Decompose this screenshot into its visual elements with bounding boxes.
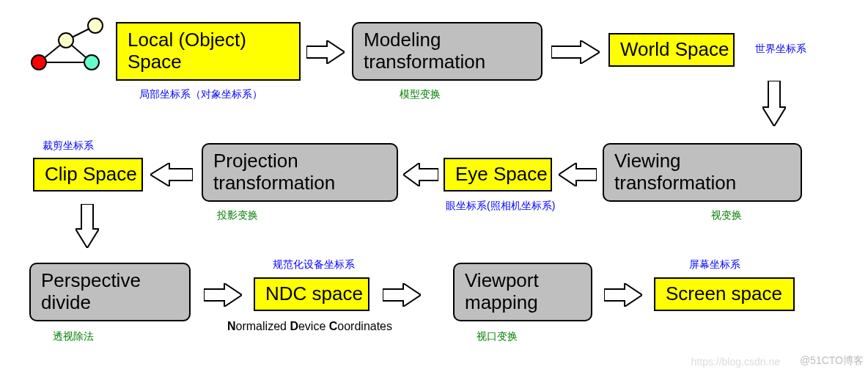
caption-eye: 眼坐标系(照相机坐标系) xyxy=(446,200,555,213)
svg-marker-12 xyxy=(403,163,438,186)
caption-viewing: 视变换 xyxy=(711,209,742,222)
arrow-left-icon xyxy=(150,163,193,186)
node-label: Eye Space xyxy=(455,164,548,186)
node-label: World Space xyxy=(620,39,729,61)
svg-marker-17 xyxy=(604,283,642,307)
node-label: Screen space xyxy=(666,283,782,305)
arrow-left-icon xyxy=(559,163,597,186)
ndc-expansion: Normalized Device Coordinates xyxy=(227,320,392,333)
node-label: Clip Space xyxy=(45,164,137,186)
watermark-cto: @51CTO博客 xyxy=(800,354,864,368)
arrow-down-icon xyxy=(762,81,786,126)
node-world-space: World Space xyxy=(608,33,735,67)
arrow-left-icon xyxy=(403,163,438,186)
object-graph-icon xyxy=(26,15,106,81)
caption-projection: 投影变换 xyxy=(217,209,258,222)
svg-marker-10 xyxy=(762,81,786,126)
caption-clip: 裁剪坐标系 xyxy=(43,139,94,153)
node-label: Viewport mapping xyxy=(465,270,539,314)
node-modeling-transform: Modeling transformation xyxy=(352,22,542,81)
svg-marker-13 xyxy=(150,163,193,186)
node-label: Modeling transformation xyxy=(364,29,485,73)
node-clip-space: Clip Space xyxy=(33,158,143,192)
svg-marker-11 xyxy=(559,163,597,186)
node-local-space: Local (Object) Space xyxy=(116,22,301,81)
node-perspective-divide: Perspective divide xyxy=(29,263,191,321)
caption-viewport: 视口变换 xyxy=(477,330,518,343)
node-eye-space: Eye Space xyxy=(444,158,552,192)
caption-world: 世界坐标系 xyxy=(755,43,806,56)
node-viewport-mapping: Viewport mapping xyxy=(453,263,592,321)
arrow-right-icon xyxy=(551,40,600,64)
node-label: Local (Object) Space xyxy=(128,29,246,73)
node-label: Viewing transformation xyxy=(614,150,736,194)
caption-local: 局部坐标系（对象坐标系） xyxy=(139,88,262,101)
arrow-right-icon xyxy=(204,283,242,307)
node-screen-space: Screen space xyxy=(654,277,795,311)
caption-perspective: 透视除法 xyxy=(53,330,94,343)
svg-point-7 xyxy=(88,18,103,33)
node-label: Projection transformation xyxy=(213,150,335,194)
svg-marker-16 xyxy=(383,283,421,307)
arrow-right-icon xyxy=(604,283,642,307)
node-projection-transform: Projection transformation xyxy=(202,143,398,202)
arrow-right-icon xyxy=(306,40,345,64)
svg-marker-9 xyxy=(551,40,600,64)
caption-modeling: 模型变换 xyxy=(400,88,441,101)
arrow-down-icon xyxy=(76,204,99,248)
arrow-right-icon xyxy=(383,283,421,307)
node-ndc-space: NDC space xyxy=(254,277,369,311)
svg-marker-8 xyxy=(306,40,345,64)
caption-screen: 屏幕坐标系 xyxy=(689,258,740,271)
svg-marker-14 xyxy=(76,204,99,248)
caption-ndc: 规范化设备坐标系 xyxy=(273,258,355,271)
svg-marker-15 xyxy=(204,283,242,307)
svg-point-6 xyxy=(84,55,99,70)
node-label: Perspective divide xyxy=(41,270,141,314)
svg-point-5 xyxy=(59,33,73,48)
watermark-csdn: https://blog.csdn.ne xyxy=(691,356,780,368)
svg-point-4 xyxy=(32,55,46,70)
node-label: NDC space xyxy=(265,283,363,305)
node-viewing-transform: Viewing transformation xyxy=(603,143,802,202)
